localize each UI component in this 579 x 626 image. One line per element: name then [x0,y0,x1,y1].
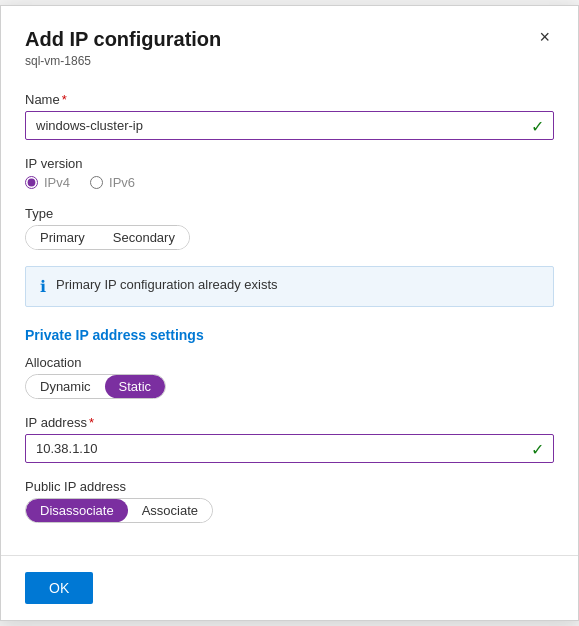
allocation-label: Allocation [25,355,554,370]
allocation-static-button[interactable]: Static [105,375,166,398]
ip-address-field-group: IP address* ✓ [25,415,554,463]
private-ip-section-title: Private IP address settings [25,327,554,343]
ipv6-radio-item[interactable]: IPv6 [90,175,135,190]
name-input-wrapper: ✓ [25,111,554,140]
ipv4-label: IPv4 [44,175,70,190]
dialog-subtitle: sql-vm-1865 [25,54,554,68]
name-required: * [62,92,67,107]
associate-button[interactable]: Associate [128,499,212,522]
ip-version-field-group: IP version IPv4 IPv6 [25,156,554,190]
type-secondary-button[interactable]: Secondary [99,226,189,249]
ip-address-input[interactable] [25,434,554,463]
allocation-toggle-group: Dynamic Static [25,374,166,399]
dialog-title: Add IP configuration [25,26,554,52]
info-banner: ℹ Primary IP configuration already exist… [25,266,554,307]
allocation-field-group: Allocation Dynamic Static [25,355,554,399]
type-primary-button[interactable]: Primary [26,226,99,249]
dialog-footer: OK [1,555,578,620]
type-field-group: Type Primary Secondary [25,206,554,250]
ipv6-radio[interactable] [90,176,103,189]
ip-version-label: IP version [25,156,554,171]
ok-button[interactable]: OK [25,572,93,604]
disassociate-button[interactable]: Disassociate [26,499,128,522]
ip-address-label: IP address* [25,415,554,430]
close-button[interactable]: × [531,24,558,50]
name-label: Name* [25,92,554,107]
add-ip-config-dialog: Add IP configuration sql-vm-1865 × Name*… [0,5,579,621]
public-ip-label: Public IP address [25,479,554,494]
ipv4-radio[interactable] [25,176,38,189]
info-text: Primary IP configuration already exists [56,277,278,292]
info-icon: ℹ [40,277,46,296]
public-ip-field-group: Public IP address Disassociate Associate [25,479,554,523]
type-label: Type [25,206,554,221]
public-ip-toggle-group: Disassociate Associate [25,498,213,523]
private-ip-section: Private IP address settings Allocation D… [25,327,554,463]
ip-address-input-wrapper: ✓ [25,434,554,463]
ip-version-radio-group: IPv4 IPv6 [25,175,554,190]
dialog-header: Add IP configuration sql-vm-1865 × [1,6,578,76]
ipv6-label: IPv6 [109,175,135,190]
dialog-body: Name* ✓ IP version IPv4 IPv6 [1,76,578,555]
allocation-dynamic-button[interactable]: Dynamic [26,375,105,398]
name-field-group: Name* ✓ [25,92,554,140]
ip-required: * [89,415,94,430]
type-toggle-group: Primary Secondary [25,225,190,250]
name-input[interactable] [25,111,554,140]
ipv4-radio-item[interactable]: IPv4 [25,175,70,190]
